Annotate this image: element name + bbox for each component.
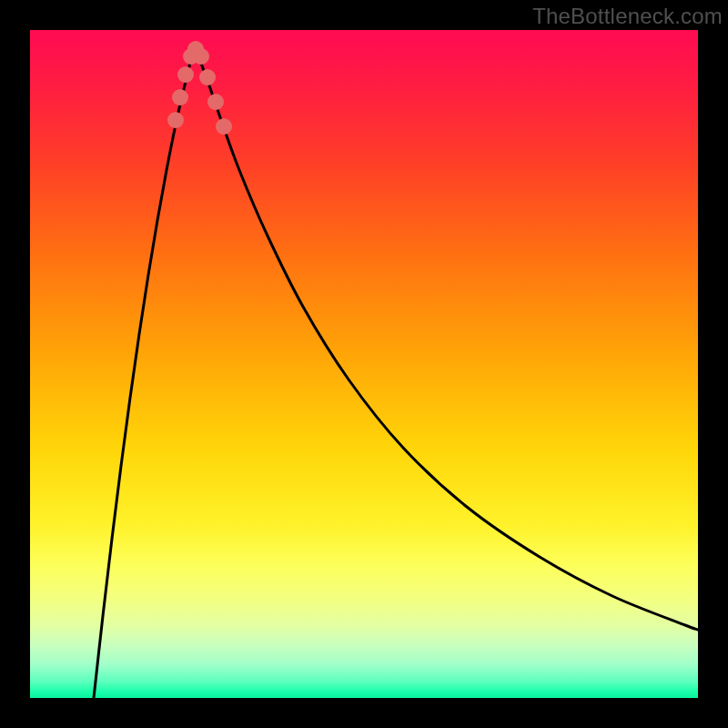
highlight-dot [199,69,216,86]
highlight-dot [172,89,188,106]
highlight-dot [167,112,184,128]
curve-left-branch [94,47,195,698]
curve-right-branch [195,47,698,630]
highlight-dot [177,66,194,83]
plot-area [30,30,698,698]
attribution-text: TheBottleneck.com [532,4,723,29]
highlight-markers [167,41,232,135]
curve-layer [30,30,698,698]
highlight-dot [216,118,232,135]
highlight-dot [207,94,224,110]
highlight-dot [193,48,209,65]
